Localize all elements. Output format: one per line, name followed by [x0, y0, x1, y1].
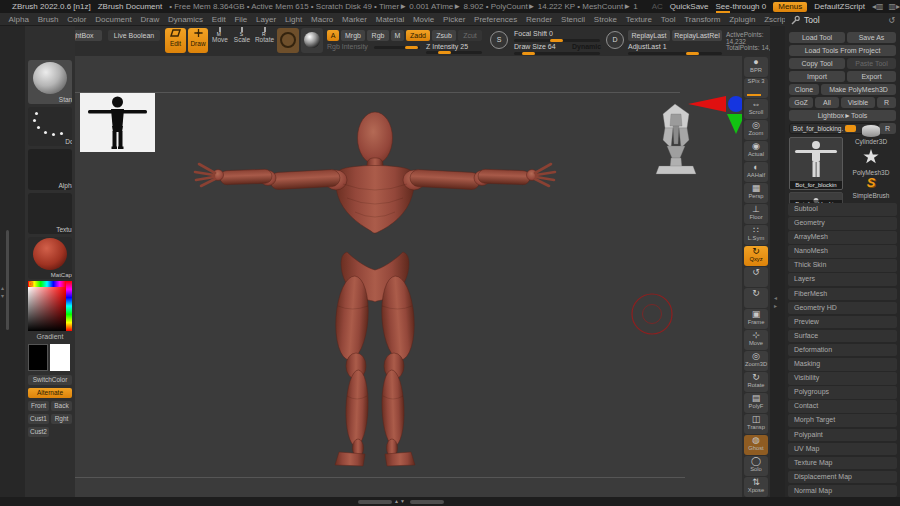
goz-r-button[interactable]: R — [877, 97, 896, 108]
mrgb-toggle[interactable]: Mrgb — [341, 30, 365, 41]
spix-slider[interactable]: SPix 3 — [744, 78, 768, 98]
see-through-slider[interactable]: See-through 0 — [716, 2, 767, 11]
zadd-toggle[interactable]: Zadd — [406, 30, 430, 41]
replay-last-button[interactable]: ReplayLast — [628, 30, 670, 41]
menu-item-layer[interactable]: Layer — [252, 15, 281, 24]
load-tool-button[interactable]: Load Tool — [789, 32, 845, 43]
aahalf-button[interactable]: ◐ AAHalf — [744, 162, 768, 182]
polyf-button[interactable]: ▤ PolyF — [744, 393, 768, 413]
document-canvas[interactable] — [75, 56, 742, 497]
tool-section-visibility[interactable]: Visibility — [788, 372, 897, 385]
alternate-button[interactable]: Alternate — [28, 388, 72, 398]
menu-item-dynamics[interactable]: Dynamics — [164, 15, 208, 24]
cylinder3d-tool[interactable]: Cylinder3D — [845, 125, 897, 145]
zoom-button[interactable]: ◎ Zoom — [744, 120, 768, 140]
menu-item-edit[interactable]: Edit — [207, 15, 230, 24]
left-scrollbar[interactable] — [6, 230, 9, 330]
tool-section-nanomesh[interactable]: NanoMesh — [788, 245, 897, 258]
tool-section-uv-map[interactable]: UV Map — [788, 443, 897, 456]
rotate-button[interactable]: ↻ Rotate — [744, 372, 768, 392]
switch-color-button[interactable]: SwitchColor — [28, 375, 72, 385]
active-tool-thumbnail[interactable]: Bot_for_blockin — [789, 137, 843, 190]
menu-item-material[interactable]: Material — [371, 15, 408, 24]
spin-left-button[interactable]: ↺ — [744, 267, 768, 287]
current-brush-button[interactable] — [277, 28, 299, 53]
make-polymesh3d-button[interactable]: Make PolyMesh3D — [821, 84, 896, 95]
frame-button[interactable]: ▣ Frame — [744, 309, 768, 329]
alpha-selector[interactable]: Alpha Off — [28, 149, 72, 190]
zcut-toggle[interactable]: Zcut — [458, 30, 482, 41]
tool-section-layers[interactable]: Layers — [788, 273, 897, 286]
import-button[interactable]: Import — [789, 71, 845, 82]
clone-button[interactable]: Clone — [789, 84, 819, 95]
h-scrollbar-left[interactable] — [358, 500, 392, 504]
transp-button[interactable]: ◫ Transp — [744, 414, 768, 434]
menu-item-draw[interactable]: Draw — [136, 15, 163, 24]
tool-section-deformation[interactable]: Deformation — [788, 344, 897, 357]
palette-restore-icon[interactable]: ↺ — [888, 16, 895, 25]
menu-item-light[interactable]: Light — [281, 15, 307, 24]
window-control-icon--[interactable]: ▥▸ — [889, 2, 900, 11]
window-control-icon--[interactable]: ◂▥ — [872, 2, 884, 11]
replay-last-rel-button[interactable]: ReplayLastRel — [672, 30, 722, 41]
h-scrollbar-right[interactable] — [410, 500, 444, 504]
tool-section-fibermesh[interactable]: FiberMesh — [788, 288, 897, 301]
menu-item-document[interactable]: Document — [91, 15, 136, 24]
menu-item-zplugin[interactable]: Zplugin — [725, 15, 760, 24]
goz-visible-button[interactable]: Visible — [841, 97, 875, 108]
saturation-value-square[interactable] — [28, 287, 66, 331]
a-toggle[interactable]: A — [327, 30, 339, 41]
stroke-curve-d-icon[interactable]: D — [606, 31, 624, 49]
tool-section-normal-map[interactable]: Normal Map — [788, 485, 897, 498]
live-boolean-button[interactable]: Live Boolean — [108, 30, 160, 41]
bpr-button[interactable]: ● BPR — [744, 57, 768, 77]
menu-item-stroke[interactable]: Stroke — [589, 15, 621, 24]
tool-section-contact[interactable]: Contact — [788, 400, 897, 413]
floor-button[interactable]: ⊥ Floor — [744, 204, 768, 224]
draw-button[interactable]: Draw — [188, 28, 208, 53]
zsub-toggle[interactable]: Zsub — [432, 30, 456, 41]
default-zscript-button[interactable]: DefaultZScript — [814, 2, 865, 11]
scroll-button[interactable]: ⇔ Scroll — [744, 99, 768, 119]
hue-strip-vertical[interactable] — [66, 281, 72, 331]
edit-button[interactable]: Edit — [165, 28, 186, 53]
menu-item-movie[interactable]: Movie — [409, 15, 439, 24]
gradient-label[interactable]: Gradient — [25, 333, 75, 340]
tool-section-texture-map[interactable]: Texture Map — [788, 457, 897, 470]
menu-item-alpha[interactable]: Alpha — [4, 15, 33, 24]
copy-tool-button[interactable]: Copy Tool — [789, 58, 845, 69]
tool-section-morph-target[interactable]: Morph Target — [788, 414, 897, 427]
goz-all-button[interactable]: All — [815, 97, 839, 108]
zoom3d-button[interactable]: ◎ Zoom3D — [744, 351, 768, 371]
tool-section-displacement-map[interactable]: Displacement Map — [788, 471, 897, 484]
tool-section-subtool[interactable]: Subtool — [788, 203, 897, 216]
color-picker[interactable] — [28, 281, 72, 331]
secondary-color-swatch[interactable] — [50, 344, 70, 371]
load-tools-from-project-button[interactable]: Load Tools From Project — [789, 45, 896, 56]
focal-shift-slider[interactable] — [514, 39, 600, 42]
lsym-button[interactable]: ∷ L.Sym — [744, 225, 768, 245]
menu-item-render[interactable]: Render — [522, 15, 557, 24]
move-hand-button[interactable]: ⊹ Move — [744, 330, 768, 350]
m-toggle[interactable]: M — [391, 30, 404, 41]
menus-button[interactable]: Menus — [773, 2, 807, 12]
menu-item-file[interactable]: File — [230, 15, 252, 24]
tool-section-preview[interactable]: Preview — [788, 316, 897, 329]
spin-right-button[interactable]: ↻ — [744, 288, 768, 308]
main-color-swatch[interactable] — [28, 344, 48, 371]
tool-section-masking[interactable]: Masking — [788, 358, 897, 371]
menu-item-brush[interactable]: Brush — [33, 15, 63, 24]
z-intensity-slider[interactable] — [426, 51, 482, 54]
xpose-button[interactable]: ⇅ Xpose — [744, 477, 768, 497]
tray-divider[interactable]: ◂▸ — [770, 26, 785, 506]
rgb-toggle[interactable]: Rgb — [367, 30, 389, 41]
tool-palette-header[interactable]: Tool ↺ — [785, 13, 900, 27]
adjust-last-slider[interactable] — [628, 52, 722, 55]
menu-item-color[interactable]: Color — [63, 15, 91, 24]
actual-button[interactable]: ◉ Actual — [744, 141, 768, 161]
tool-section-surface[interactable]: Surface — [788, 330, 897, 343]
menu-item-picker[interactable]: Picker — [439, 15, 470, 24]
tool-section-thick-skin[interactable]: Thick Skin — [788, 259, 897, 272]
simplebrush-tool[interactable]: S SimpleBrush — [845, 173, 897, 199]
tool-section-geometry[interactable]: Geometry — [788, 217, 897, 230]
